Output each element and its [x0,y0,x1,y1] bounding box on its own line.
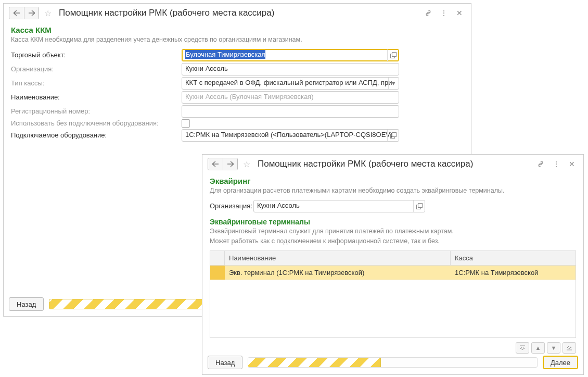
cell-kassa: 1С:РМК на Тимирязевской [451,266,576,280]
back-button[interactable]: Назад [9,297,44,311]
nav-group [208,158,238,170]
section-title: Эквайринг [210,177,576,185]
titlebar: ☆ Помощник настройки РМК (рабочего места… [202,155,583,172]
nav-back-button[interactable] [208,158,223,170]
svg-rect-5 [418,203,422,207]
next-button[interactable]: Далее [543,356,578,369]
label-regnum: Регистрационный номер: [11,107,182,115]
window-acquiring: ☆ Помощник настройки РМК (рабочего места… [202,154,584,375]
favorite-star-icon[interactable]: ☆ [42,8,54,18]
more-menu-icon[interactable]: ⋮ [438,7,450,19]
table-row[interactable]: Экв. терминал (1С:РМК на Тимирязевской) … [210,266,576,280]
nav-back-button[interactable] [9,7,24,19]
label-org: Организация: [11,65,182,73]
org-input[interactable]: Кухни Ассоль [182,63,399,76]
label-store: Торговый объект: [11,51,182,59]
label-equip: Подключаемое оборудование: [11,131,182,139]
subsection-desc-2: Может работать как с подключением к инфо… [210,237,576,246]
col-name: Наименование [225,251,451,265]
progress-bar [248,357,538,368]
cell-name: Экв. терминал (1С:РМК на Тимирязевской) [225,266,451,280]
section-desc: Касса ККМ необходима для разделения учет… [11,35,464,45]
row-controls: ▲ ▼ [210,342,576,354]
table-empty-space [210,280,576,337]
nav-forward-button[interactable] [223,158,237,170]
svg-rect-1 [392,52,396,56]
nav-group [9,7,39,19]
subsection-desc-1: Эквайринговый терминал служит для принят… [210,227,576,236]
open-picker-icon[interactable] [387,49,399,61]
open-picker-icon[interactable] [413,200,425,212]
svg-rect-3 [392,132,396,136]
titlebar: ☆ Помощник настройки РМК (рабочего места… [4,4,471,21]
move-down-icon[interactable]: ▼ [547,342,560,354]
org-input[interactable]: Кухни Ассоль [253,200,425,212]
move-bottom-icon[interactable] [563,342,576,354]
dropdown-icon[interactable]: ▾ [388,78,399,89]
nav-forward-button[interactable] [24,7,39,19]
content: Эквайринг Для организации расчетов плате… [202,172,583,359]
equip-input[interactable]: 1С:РМК на Тимирязевской (<Пользователь>(… [182,129,399,142]
table-header: Наименование Касса [210,251,576,266]
row-handle[interactable] [210,266,225,280]
link-icon[interactable] [422,7,434,19]
col-kassa: Касса [451,251,576,265]
more-menu-icon[interactable]: ⋮ [550,158,563,170]
move-top-icon[interactable] [516,342,529,354]
noequip-checkbox[interactable] [182,119,190,128]
window-title: Помощник настройки РМК (рабочего места к… [59,8,274,18]
favorite-star-icon[interactable]: ☆ [241,159,252,169]
store-input[interactable]: Булочная Тимирязевская [182,49,399,61]
back-button[interactable]: Назад [208,356,242,369]
window-title: Помощник настройки РМК (рабочего места к… [258,159,473,169]
regnum-input[interactable] [182,105,399,118]
open-picker-icon[interactable] [387,130,399,141]
name-input[interactable]: Кухни Ассоль (Булочная Тимирязевская) [182,91,399,104]
label-noequip: Использовать без подключения оборудовани… [11,119,182,127]
label-name: Наименование: [11,93,182,101]
section-title: Касса ККМ [11,26,464,34]
type-select[interactable]: ККТ с передачей в ОФД, фискальный регист… [182,77,399,90]
move-up-icon[interactable]: ▲ [531,342,545,354]
content: Касса ККМ Касса ККМ необходима для разде… [4,21,471,148]
terminals-table: Наименование Касса Экв. терминал (1С:РМК… [210,250,576,338]
label-org: Организация: [210,202,253,210]
label-type: Тип кассы: [11,79,182,87]
link-icon[interactable] [534,158,547,170]
store-input-value: Булочная Тимирязевская [185,50,265,59]
footer: Назад Далее [208,356,578,369]
subsection-title: Эквайринговые терминалы [210,218,576,226]
col-handle [210,251,225,265]
close-icon[interactable]: ✕ [566,158,578,170]
close-icon[interactable]: ✕ [453,7,466,19]
section-desc: Для организации расчетов платежными карт… [210,186,576,196]
